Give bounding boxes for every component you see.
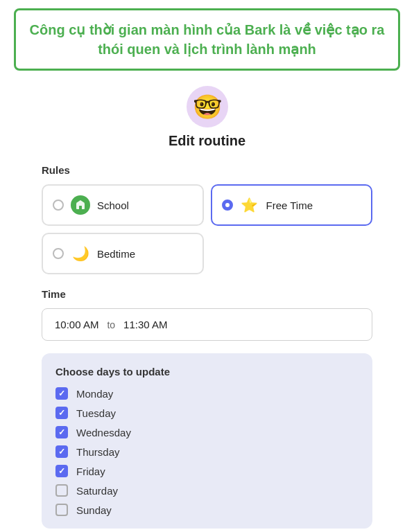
checkbox-thursday[interactable] bbox=[55, 445, 68, 458]
days-section: Choose days to update Monday Tuesday Wed… bbox=[42, 353, 372, 529]
checkbox-friday[interactable] bbox=[55, 465, 68, 477]
checkbox-tuesday[interactable] bbox=[55, 407, 68, 419]
banner: Công cụ thời gian màn hình của Bark là v… bbox=[14, 8, 400, 71]
rule-card-bedtime[interactable]: 🌙 Bedtime bbox=[42, 233, 204, 274]
rule-card-freetime[interactable]: ⭐ Free Time bbox=[211, 184, 373, 226]
days-title: Choose days to update bbox=[55, 366, 359, 378]
time-box[interactable]: 10:00 AM to 11:30 AM bbox=[42, 308, 372, 341]
day-label-wednesday: Wednesday bbox=[76, 427, 131, 438]
day-item-wednesday: Wednesday bbox=[55, 426, 359, 438]
day-label-friday: Friday bbox=[76, 466, 105, 477]
day-item-sunday: Sunday bbox=[55, 504, 359, 516]
rules-grid: School ⭐ Free Time 🌙 Bedtime bbox=[42, 184, 372, 274]
checkbox-wednesday[interactable] bbox=[55, 426, 68, 438]
checkbox-monday[interactable] bbox=[55, 387, 68, 400]
time-separator: to bbox=[107, 319, 115, 330]
rule-name-school: School bbox=[97, 200, 129, 211]
day-item-friday: Friday bbox=[55, 465, 359, 477]
day-label-monday: Monday bbox=[76, 388, 113, 400]
day-item-monday: Monday bbox=[55, 387, 359, 400]
rule-name-freetime: Free Time bbox=[266, 200, 313, 211]
time-start: 10:00 AM bbox=[55, 319, 98, 330]
rules-label: Rules bbox=[42, 164, 70, 176]
rule-radio-bedtime bbox=[53, 248, 64, 259]
page-title: Edit routine bbox=[169, 133, 245, 149]
rule-card-school[interactable]: School bbox=[42, 184, 204, 226]
day-label-saturday: Saturday bbox=[76, 485, 118, 497]
day-label-thursday: Thursday bbox=[76, 446, 120, 458]
school-icon bbox=[71, 195, 90, 215]
bedtime-icon: 🌙 bbox=[71, 244, 90, 263]
main-content: 🤓 Edit routine Rules School ⭐ Free Time bbox=[0, 79, 414, 532]
day-item-saturday: Saturday bbox=[55, 484, 359, 497]
rule-name-bedtime: Bedtime bbox=[97, 248, 135, 260]
avatar-emoji: 🤓 bbox=[193, 93, 222, 121]
day-label-tuesday: Tuesday bbox=[76, 407, 116, 419]
avatar: 🤓 bbox=[187, 86, 228, 127]
freetime-icon: ⭐ bbox=[240, 195, 259, 215]
time-section: Time 10:00 AM to 11:30 AM bbox=[42, 288, 372, 341]
banner-text: Công cụ thời gian màn hình của Bark là v… bbox=[30, 22, 385, 57]
rule-radio-freetime bbox=[222, 200, 233, 211]
day-label-sunday: Sunday bbox=[76, 504, 112, 516]
day-item-tuesday: Tuesday bbox=[55, 407, 359, 419]
checkbox-sunday[interactable] bbox=[55, 504, 68, 516]
checkbox-saturday[interactable] bbox=[55, 484, 68, 497]
day-item-thursday: Thursday bbox=[55, 445, 359, 458]
time-end: 11:30 AM bbox=[123, 319, 167, 330]
svg-rect-1 bbox=[79, 206, 82, 209]
rule-radio-school bbox=[53, 200, 64, 211]
time-label: Time bbox=[42, 288, 372, 300]
